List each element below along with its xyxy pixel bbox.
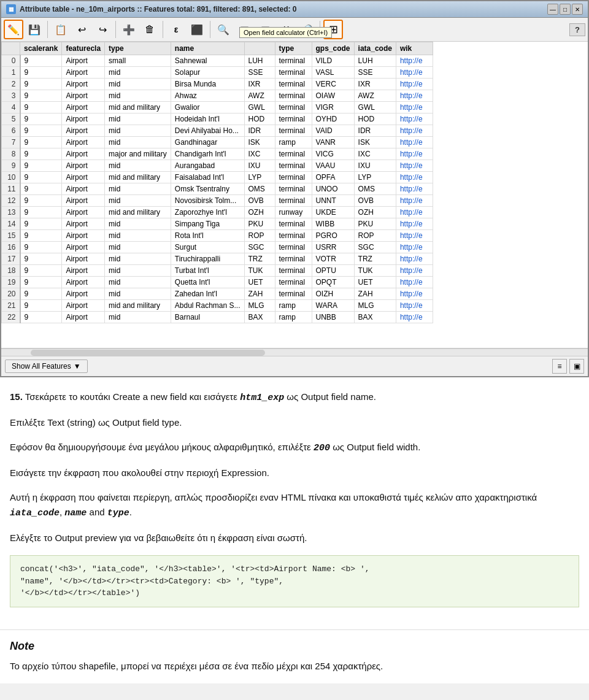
- table-cell: terminal: [275, 160, 312, 172]
- toggle-editing-button[interactable]: ✏️: [4, 20, 23, 39]
- show-features-label: Show All Features: [12, 362, 71, 371]
- table-cell: Quetta Int'l: [171, 277, 244, 288]
- table-row[interactable]: 59AirportmidHodeidah Int'lHODterminalOYH…: [2, 113, 433, 125]
- table-row[interactable]: 149AirportmidSimpang TigaPKUterminalWIBB…: [2, 218, 433, 230]
- table-cell: terminal: [275, 148, 312, 160]
- row-number-cell: 22: [2, 312, 20, 323]
- table-row[interactable]: 169AirportmidSurgutSGCterminalUSRRSGChtt…: [2, 242, 433, 253]
- expression-button[interactable]: ε: [166, 20, 186, 39]
- table-cell: Omsk Tsentralny: [171, 183, 244, 195]
- table-cell: terminal: [275, 242, 312, 253]
- separator-3: [163, 21, 163, 38]
- undo-button[interactable]: ↩: [72, 20, 91, 39]
- table-cell: HOD: [244, 113, 275, 125]
- table-row[interactable]: 159AirportmidRota Int'lROPterminalPGRORO…: [2, 230, 433, 242]
- table-cell: LYP: [244, 172, 275, 183]
- help-button[interactable]: ?: [569, 23, 585, 36]
- table-cell: TRZ: [354, 253, 396, 265]
- table-cell: Gwalior: [171, 102, 244, 113]
- table-cell: LYP: [354, 172, 396, 183]
- col-header-type2[interactable]: type: [275, 42, 312, 55]
- table-cell: ROP: [244, 230, 275, 242]
- table-cell: http://e: [396, 113, 433, 125]
- delete-feature-button[interactable]: 🗑: [140, 20, 160, 39]
- table-cell: OVB: [244, 195, 275, 207]
- table-cell: http://e: [396, 265, 433, 277]
- form-view-button[interactable]: ▣: [569, 359, 584, 374]
- table-cell: Airport: [62, 183, 105, 195]
- table-cell: ISK: [354, 137, 396, 148]
- save-edits-button[interactable]: 💾: [25, 20, 44, 39]
- copy-button[interactable]: 📋: [51, 20, 71, 39]
- table-cell: terminal: [275, 79, 312, 90]
- col-header-featurecla[interactable]: featurecla: [62, 42, 105, 55]
- filter-button[interactable]: 🔍: [214, 20, 233, 39]
- row-number-cell: 12: [2, 195, 20, 207]
- table-row[interactable]: 109Airportmid and militaryFaisalabad Int…: [2, 172, 433, 183]
- col-header-gps-code[interactable]: gps_code: [312, 42, 354, 55]
- col-header-name[interactable]: name: [171, 42, 244, 55]
- section-paragraph-4: Εισάγετε την έκφραση που ακολουθεί στην …: [10, 466, 579, 480]
- maximize-button[interactable]: □: [560, 4, 571, 15]
- table-cell: ISK: [244, 137, 275, 148]
- table-row[interactable]: 179AirportmidTiruchirappalliTRZterminalV…: [2, 253, 433, 265]
- table-cell: PKU: [244, 218, 275, 230]
- table-row[interactable]: 139Airportmid and militaryZaporozhye Int…: [2, 207, 433, 218]
- table-cell: Airport: [62, 288, 105, 300]
- table-cell: 9: [20, 67, 62, 79]
- table-row[interactable]: 129AirportmidNovosibirsk Tolm...OVBtermi…: [2, 195, 433, 207]
- table-cell: terminal: [275, 277, 312, 288]
- col-header-scalerank[interactable]: scalerank: [20, 42, 62, 55]
- table-cell: VAAU: [312, 160, 354, 172]
- table-cell: Airport: [62, 102, 105, 113]
- table-row[interactable]: 89Airportmajor and militaryChandigarh In…: [2, 148, 433, 160]
- row-number-cell: 11: [2, 183, 20, 195]
- table-row[interactable]: 09AirportsmallSahnewalLUHterminalVILDLUH…: [2, 55, 433, 67]
- table-cell: runway: [275, 207, 312, 218]
- attribute-table[interactable]: scalerank featurecla type name type gps_…: [1, 42, 588, 348]
- table-cell: Zaporozhye Int'l: [171, 207, 244, 218]
- table-row[interactable]: 19AirportmidSolapurSSEterminalVASLSSEhtt…: [2, 67, 433, 79]
- close-button[interactable]: ✕: [572, 4, 583, 15]
- code-type: type: [107, 508, 129, 518]
- table-row[interactable]: 229AirportmidBarnaulBAXrampUNBBBAXhttp:/…: [2, 312, 433, 323]
- row-number-cell: 1: [2, 67, 20, 79]
- table-cell: IDR: [354, 125, 396, 137]
- table-row[interactable]: 209AirportmidZahedan Int'lZAHterminalOIZ…: [2, 288, 433, 300]
- table-cell: OVB: [354, 195, 396, 207]
- table-row[interactable]: 49Airportmid and militaryGwaliorGWLtermi…: [2, 102, 433, 113]
- table-cell: 9: [20, 55, 62, 67]
- col-header-iata-code[interactable]: iata_code: [354, 42, 396, 55]
- table-cell: mid: [105, 253, 171, 265]
- table-cell: http://e: [396, 172, 433, 183]
- table-row[interactable]: 69AirportmidDevi Ahilyabai Ho...IDRtermi…: [2, 125, 433, 137]
- table-row[interactable]: 199AirportmidQuetta Int'lUETterminalOPQT…: [2, 277, 433, 288]
- table-cell: UET: [244, 277, 275, 288]
- horizontal-scrollbar[interactable]: [1, 348, 588, 356]
- redo-button[interactable]: ↪: [93, 20, 112, 39]
- minimize-button[interactable]: —: [547, 4, 558, 15]
- add-feature-button[interactable]: ➕: [119, 20, 139, 39]
- table-row[interactable]: 99AirportmidAurangabadIXUterminalVAAUIXU…: [2, 160, 433, 172]
- move-button[interactable]: ⬛: [187, 20, 207, 39]
- row-number-cell: 18: [2, 265, 20, 277]
- table-cell: SSE: [354, 67, 396, 79]
- col-header-type[interactable]: type: [105, 42, 171, 55]
- table-view-button[interactable]: ≡: [552, 359, 567, 374]
- table-row[interactable]: 119AirportmidOmsk TsentralnyOMSterminalU…: [2, 183, 433, 195]
- show-all-features-button[interactable]: Show All Features ▼: [5, 360, 88, 373]
- table-row[interactable]: 189AirportmidTurbat Int'lTUKterminalOPTU…: [2, 265, 433, 277]
- table-row[interactable]: 219Airportmid and militaryAbdul Rachman …: [2, 300, 433, 312]
- table-cell: IDR: [244, 125, 275, 137]
- col-header-wik[interactable]: wik: [396, 42, 433, 55]
- table-row[interactable]: 39AirportmidAhwazAWZterminalOIAWAWZhttp:…: [2, 90, 433, 102]
- table-cell: Airport: [62, 148, 105, 160]
- table-row[interactable]: 79AirportmidGandhinagarISKrampVANRISKhtt…: [2, 137, 433, 148]
- table-cell: UNOO: [312, 183, 354, 195]
- table-cell: HOD: [354, 113, 396, 125]
- code-200: 200: [314, 443, 330, 453]
- table-cell: http://e: [396, 288, 433, 300]
- table-row[interactable]: 29AirportmidBirsa MundaIXRterminalVERCIX…: [2, 79, 433, 90]
- col-header-iata[interactable]: [244, 42, 275, 55]
- table-cell: http://e: [396, 183, 433, 195]
